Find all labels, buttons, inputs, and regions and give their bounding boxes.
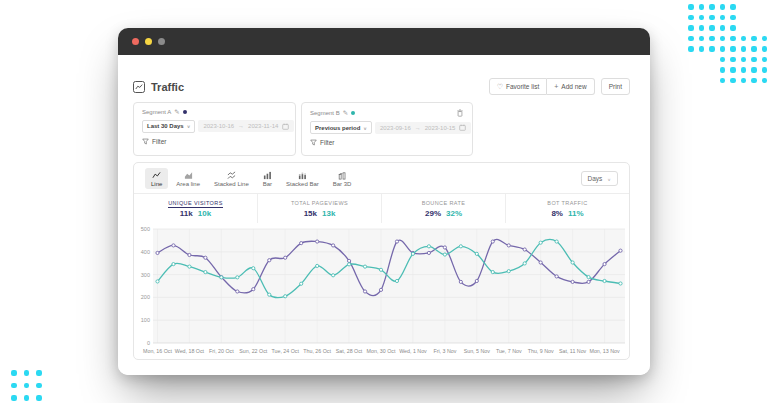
svg-text:100: 100 <box>141 317 150 323</box>
tab-bar[interactable]: Bar <box>257 168 278 189</box>
page-background: Traffic ♡ Favorite list + Add new <box>0 0 768 403</box>
chevron-down-icon: ∨ <box>363 125 367 130</box>
chevron-down-icon: ∨ <box>187 124 191 129</box>
decor-dot <box>741 67 747 73</box>
decor-dot <box>709 25 715 31</box>
decor-dot <box>751 46 757 52</box>
trash-icon <box>456 109 464 117</box>
decor-dot <box>730 57 736 63</box>
segment-a-preset-select[interactable]: Last 30 Days∨ <box>142 120 195 133</box>
segment-a-filter-button[interactable]: Filter <box>142 138 287 145</box>
decor-dot <box>699 46 705 52</box>
decor-dot <box>730 46 736 52</box>
decor-dot <box>720 57 726 63</box>
app-window: Traffic ♡ Favorite list + Add new <box>118 28 650 375</box>
segment-b-card: Segment B ✎ Previous period∨ 2023-09-16→… <box>301 102 473 156</box>
decor-dot <box>751 36 757 42</box>
edit-segment-icon[interactable]: ✎ <box>343 110 348 117</box>
tab-line[interactable]: Line <box>145 168 168 189</box>
decor-dot <box>762 67 768 73</box>
decor-dot <box>709 36 715 42</box>
svg-text:Sun, 5 Nov: Sun, 5 Nov <box>464 348 491 354</box>
stacked-bar-chart-icon <box>298 171 307 180</box>
tab-stacked-bar[interactable]: Stacked Bar <box>280 168 325 189</box>
decor-dot <box>720 36 726 42</box>
segment-b-color-dot <box>351 111 355 115</box>
svg-text:Mon, 30 Oct: Mon, 30 Oct <box>367 348 396 354</box>
decor-dot <box>730 4 736 10</box>
svg-text:Sat, 11 Nov: Sat, 11 Nov <box>559 348 587 354</box>
metric-value-segment-b: 32% <box>446 209 462 218</box>
decor-dot <box>762 36 768 42</box>
heart-icon: ♡ <box>497 83 503 90</box>
metric-bounce-rate[interactable]: BOUNCE RATE29%32% <box>381 194 505 223</box>
tab-label: Line <box>151 181 162 187</box>
area-chart-icon <box>184 171 193 180</box>
metric-label: UNIQUE VISITORS <box>134 200 257 206</box>
tab-bar-3d[interactable]: Bar 3D <box>327 168 358 189</box>
decor-dot <box>11 395 17 401</box>
decor-dot <box>24 370 30 376</box>
arrow-right-icon: → <box>415 125 421 131</box>
tab-stacked-line[interactable]: Stacked Line <box>208 168 255 189</box>
metric-value-segment-b: 11% <box>568 209 584 218</box>
decor-dot <box>720 67 726 73</box>
metric-unique-visitors[interactable]: UNIQUE VISITORS11k10k <box>134 194 257 223</box>
edit-segment-icon[interactable]: ✎ <box>174 109 179 116</box>
decor-dot <box>11 383 17 389</box>
decor-dot <box>741 78 747 84</box>
decor-dot <box>730 67 736 73</box>
svg-text:500: 500 <box>141 226 150 232</box>
svg-text:Wed, 1 Nov: Wed, 1 Nov <box>399 348 427 354</box>
decor-dot <box>24 395 30 401</box>
metric-value-segment-a: 11k <box>180 209 193 218</box>
calendar-icon <box>459 124 466 131</box>
metric-bot-traffic[interactable]: BOT TRAFFIC8%11% <box>505 194 629 223</box>
tab-area-line[interactable]: Area line <box>170 168 206 189</box>
decor-dot <box>699 4 705 10</box>
decor-dot <box>730 36 736 42</box>
decor-dot <box>709 46 715 52</box>
delete-segment-button[interactable] <box>456 109 464 117</box>
svg-text:Thu, 9 Nov: Thu, 9 Nov <box>528 348 554 354</box>
metric-label: BOUNCE RATE <box>382 200 505 206</box>
metric-total-pageviews[interactable]: TOTAL PAGEVIEWS15k13k <box>257 194 381 223</box>
svg-text:Tue, 7 Nov: Tue, 7 Nov <box>496 348 522 354</box>
segment-b-preset-select[interactable]: Previous period∨ <box>310 121 372 134</box>
tab-label: Area line <box>176 181 200 187</box>
print-button[interactable]: Print <box>601 78 630 95</box>
segment-b-filter-button[interactable]: Filter <box>310 139 464 146</box>
decor-dot <box>762 46 768 52</box>
maximize-window-button[interactable] <box>158 38 165 45</box>
svg-text:Thu, 26 Oct: Thu, 26 Oct <box>303 348 331 354</box>
decor-dot <box>688 46 694 52</box>
chart-area: 0100200300400500Mon, 16 OctWed, 18 OctFr… <box>134 223 629 361</box>
metric-value-segment-a: 8% <box>551 209 563 218</box>
line-chart-title-icon <box>133 81 145 93</box>
add-new-button[interactable]: + Add new <box>547 78 594 95</box>
filter-funnel-icon <box>142 138 149 145</box>
arrow-right-icon: → <box>238 123 244 129</box>
svg-text:Fri, 3 Nov: Fri, 3 Nov <box>433 348 456 354</box>
favorite-list-button[interactable]: ♡ Favorite list <box>489 78 548 95</box>
svg-text:Mon, 13 Nov: Mon, 13 Nov <box>590 348 620 354</box>
traffic-line-chart: 0100200300400500Mon, 16 OctWed, 18 OctFr… <box>135 225 630 361</box>
close-window-button[interactable] <box>132 38 139 45</box>
decor-dot <box>709 4 715 10</box>
decor-dot <box>688 25 694 31</box>
minimize-window-button[interactable] <box>145 38 152 45</box>
plus-icon: + <box>554 83 558 90</box>
bar-chart-icon <box>263 171 272 180</box>
svg-text:Fri, 20 Oct: Fri, 20 Oct <box>209 348 234 354</box>
svg-text:Mon, 16 Oct: Mon, 16 Oct <box>143 348 172 354</box>
decor-dot <box>741 57 747 63</box>
tab-label: Bar <box>263 181 272 187</box>
segment-a-daterange-input[interactable]: 2023-10-16→2023-11-14 <box>198 120 294 132</box>
decor-dot <box>699 15 705 21</box>
decor-dot <box>730 25 736 31</box>
segment-b-daterange-input[interactable]: 2023-09-16→2023-10-15 <box>375 122 471 134</box>
decor-dot <box>24 383 30 389</box>
interval-select[interactable]: Days∨ <box>581 171 618 186</box>
svg-text:Wed, 18 Oct: Wed, 18 Oct <box>175 348 205 354</box>
decor-dot <box>36 370 42 376</box>
